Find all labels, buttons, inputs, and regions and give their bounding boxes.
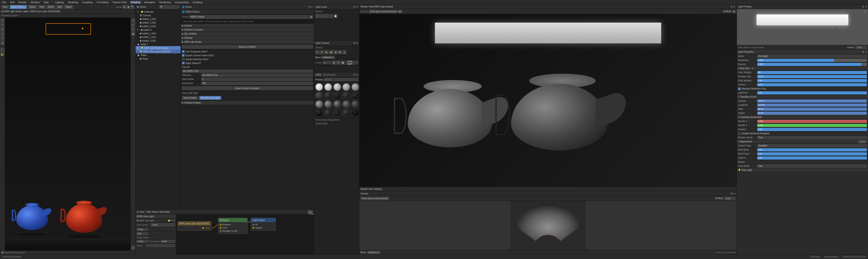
menu-shading[interactable]: Shading xyxy=(130,1,141,4)
move-icon[interactable]: ⊕ xyxy=(0,27,4,31)
lc-menu[interactable]: ☰ xyxy=(353,42,355,44)
lc-btn6[interactable]: ▶ xyxy=(338,50,342,54)
bulb-mode-slider[interactable]: 0.00 xyxy=(757,148,867,152)
stop-btn[interactable]: ⏹ xyxy=(341,61,345,65)
ambient-occlusion-section[interactable]: ▶ Ambient Occlusion xyxy=(181,28,314,32)
settings-section[interactable]: ▶ Settings xyxy=(181,36,314,40)
tree-kettle2-1-001[interactable]: ▣ kettle2_1.001 xyxy=(135,32,181,35)
preset-20[interactable] xyxy=(351,109,359,117)
lc-btn7[interactable]: ▲ xyxy=(342,50,346,54)
preset-11[interactable] xyxy=(315,100,323,108)
preset-3[interactable] xyxy=(333,83,341,91)
rv-settings[interactable]: ⚙ xyxy=(733,10,736,13)
options-slider[interactable]: 0.00 xyxy=(757,156,867,160)
node-select-btn[interactable]: Select xyxy=(152,211,158,213)
rotate-icon[interactable]: ↺ xyxy=(0,32,4,36)
menu-animation[interactable]: Animation xyxy=(143,1,156,4)
menu-render[interactable]: Render xyxy=(18,1,28,4)
canvas-menu[interactable]: ☰ xyxy=(731,193,733,195)
tree-area-light[interactable]: 💡 HDRL Area Light 18135266 xyxy=(135,50,181,53)
current-type-value[interactable]: Spotlight xyxy=(757,144,867,148)
object2-btn[interactable]: Object xyxy=(64,5,73,9)
rv-menu[interactable]: ☰ xyxy=(731,6,733,8)
node-browse-btn[interactable]: 📂 xyxy=(168,220,170,222)
view-btn[interactable]: View xyxy=(1,5,9,9)
canvas-value[interactable]: 1.000 xyxy=(724,197,736,200)
dropdown-flat[interactable]: Flat xyxy=(137,232,148,235)
node-emission[interactable]: Emission Emission Color xyxy=(218,218,248,234)
pause-btn[interactable]: ⏸ xyxy=(336,61,340,65)
ll-btn5[interactable]: 📋 xyxy=(333,14,338,18)
handle-y-slider[interactable]: 0.000 xyxy=(757,124,867,127)
preset-14[interactable] xyxy=(342,100,350,108)
opacity-slider[interactable]: 1.000 xyxy=(757,63,867,66)
lc-btn5[interactable]: ◀ xyxy=(333,50,338,54)
rotation-slider[interactable]: 0.00 xyxy=(757,128,867,131)
preset-12[interactable] xyxy=(324,100,332,108)
view2-btn[interactable]: View xyxy=(38,5,46,9)
lc-btn2[interactable]: ⊕ xyxy=(320,50,324,54)
preview-gear-icon[interactable]: ⚙ xyxy=(864,10,867,13)
export-hdrl5-btn[interactable]: Export to HDRL5 xyxy=(182,45,313,48)
apply-subsurf-checkbox[interactable]: ✓ xyxy=(182,62,185,64)
node-use-nodes-btn[interactable]: ✓ Use Nodes xyxy=(310,211,313,214)
light-looks-close[interactable]: ✕ xyxy=(356,6,358,8)
export-scene-geo-btn[interactable]: Export Scene Geometry xyxy=(182,86,313,90)
preset-10[interactable] xyxy=(351,92,359,99)
color-space-value2[interactable]: Linear xyxy=(161,240,175,243)
lc-btn1[interactable]: ↖ xyxy=(315,50,319,54)
cursor-icon[interactable]: ✛ xyxy=(0,18,4,22)
scene-menu-btn[interactable]: ☰ xyxy=(308,6,310,8)
wire-icon[interactable]: ⬢ xyxy=(131,32,135,36)
ll-btn2[interactable]: - xyxy=(320,14,324,18)
scene-close-btn[interactable]: ✕ xyxy=(311,6,313,8)
menu-compositing[interactable]: Compositing xyxy=(174,1,189,4)
lc-btn4[interactable]: 🔒 xyxy=(329,50,333,54)
preset-2[interactable] xyxy=(324,83,332,91)
brightness-slider[interactable]: 1.600 xyxy=(757,59,867,62)
play-btn[interactable]: ⏮ xyxy=(332,61,336,65)
tree-kettle3[interactable]: ▣ kettle2_3.001 xyxy=(135,24,181,28)
canvas-film-label[interactable]: Filmic Base Contrast (#RGB) xyxy=(361,197,389,200)
color-mode-value[interactable]: Flat xyxy=(757,165,867,168)
tree-kettle2-2[interactable]: ▾ ▣ kettle2 2 xyxy=(135,28,181,32)
node-node-btn[interactable]: Node xyxy=(164,211,170,213)
world-value[interactable]: HDRL5 World xyxy=(189,15,308,19)
object-btn[interactable]: Object xyxy=(28,5,37,9)
export-current-frame-checkbox[interactable]: ✓ xyxy=(182,54,185,57)
outliner-search[interactable] xyxy=(159,5,178,8)
color-space-linear[interactable]: Linear xyxy=(137,240,148,243)
rotation-mode-value[interactable]: Free xyxy=(757,136,867,139)
dropdown-linear[interactable]: Linear xyxy=(137,228,148,231)
film-label-rv[interactable]: Filmic Base Contrast (#RGB) xyxy=(369,10,397,13)
menu-window[interactable]: Window xyxy=(30,1,40,4)
gizmo-icon[interactable]: ◎ xyxy=(131,246,135,250)
mesh-emitter-btn[interactable]: Mesh Emitter xyxy=(182,96,198,100)
preset-9[interactable] xyxy=(342,92,350,99)
tree-plane2[interactable]: ▣ Plane xyxy=(135,57,181,61)
preset-5[interactable] xyxy=(351,83,359,91)
menu-file[interactable]: File xyxy=(1,1,7,4)
transform-live-section[interactable]: ▾ Transform (Live) xyxy=(737,95,868,99)
measure-icon[interactable]: 📐 xyxy=(0,52,4,56)
hdr-btn[interactable]: HDV xyxy=(399,10,402,13)
adjustments-section[interactable]: ▾ Adjustments Reset xyxy=(737,140,868,144)
start-frame-value[interactable]: 1 xyxy=(201,78,313,81)
node-x-btn[interactable]: ✕ xyxy=(173,220,175,222)
volume-section[interactable]: ▶ Volume xyxy=(181,24,314,28)
menu-texture[interactable]: Texture Paint xyxy=(112,1,128,4)
preset-17[interactable] xyxy=(324,109,332,117)
node-hdrl-area-light[interactable]: HDRL Area Light 1813526655 Color xyxy=(178,221,211,231)
spread-slider[interactable]: 1.00 xyxy=(757,83,867,86)
height-slider[interactable]: 32.50 xyxy=(757,111,867,115)
light-looks-menu[interactable]: ☰ xyxy=(353,6,355,8)
node-edit-btn[interactable]: ✎ xyxy=(171,220,173,222)
menu-help[interactable]: Help xyxy=(43,1,50,4)
material-icon[interactable]: ● xyxy=(131,23,135,27)
annotate-icon[interactable]: ✏ xyxy=(0,48,4,52)
export-selection-checkbox[interactable] xyxy=(182,58,185,61)
reset-btn[interactable]: Reset xyxy=(858,140,867,143)
studio-lights-search[interactable] xyxy=(324,78,358,81)
sl-close[interactable]: ✕ xyxy=(356,74,358,76)
node-view-btn[interactable]: View xyxy=(147,211,151,213)
